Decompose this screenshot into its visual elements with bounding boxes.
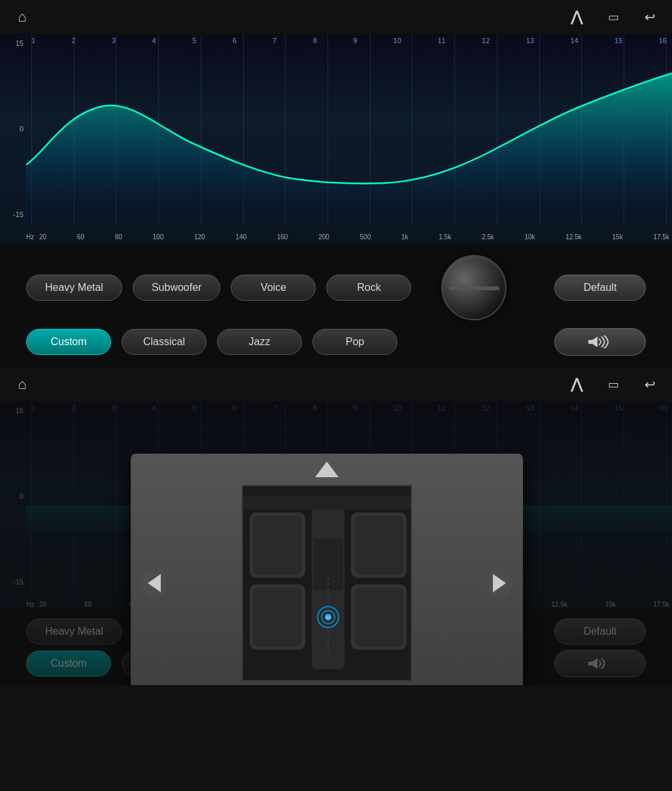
svg-rect-13 [354,516,403,575]
speaker-icon [588,335,612,348]
bottom-back-icon: ↩ [645,377,656,392]
svg-rect-9 [354,588,403,647]
eq-knob[interactable] [441,255,507,320]
bottom-custom-button: Custom [26,650,111,677]
bottom-top-bar: ⌂ ⋀ ▭ ↩ [0,367,672,401]
back-button[interactable]: ↩ [638,5,662,29]
bottom-recents-button[interactable]: ▭ [601,373,625,396]
voice-button[interactable]: Voice [231,275,316,301]
bottom-home-icon: ⌂ [18,376,26,393]
speaker-button[interactable] [554,328,646,356]
modal-down-arrow-button[interactable] [131,681,523,685]
bottom-speaker-icon [588,657,612,670]
bottom-heavy-metal-button: Heavy Metal [26,618,122,645]
bottom-home-button[interactable]: ⌂ [10,373,34,396]
soundfield-modal: Default [131,454,523,685]
bottom-eq-area: 12 34 56 78 910 1112 1314 1516 15 0 [0,401,672,685]
jazz-button[interactable]: Jazz [217,329,302,355]
arrow-up-icon [315,462,339,477]
bottom-speaker-button [554,650,646,677]
bottom-default-button: Default [554,618,646,645]
svg-marker-1 [592,337,597,347]
rock-button[interactable]: Rock [326,275,411,301]
pop-button[interactable]: Pop [312,329,397,355]
bottom-up-icon: ⋀ [571,376,582,393]
modal-left-arrow-button[interactable] [141,570,167,596]
arrow-left-icon [148,574,161,592]
eq-fill [26,73,672,217]
home-button[interactable]: ⌂ [10,5,34,29]
svg-marker-3 [592,658,597,669]
svg-rect-15 [243,496,412,509]
svg-rect-7 [253,588,302,647]
eq-chart: 12 34 56 78 910 1112 1314 1516 15 0 -15 [0,34,672,243]
eq-curve-svg [26,34,672,217]
eq-x-axis: Hz 2060 80100 120140 160200 5001k 1.5k2.… [26,224,672,243]
recents-icon: ▭ [608,10,619,24]
preset-row-2: Custom Classical Jazz Pop [0,326,672,367]
bottom-panel: ⌂ ⋀ ▭ ↩ 12 34 56 78 910 1112 [0,367,672,685]
up-button[interactable]: ⋀ [565,5,588,29]
bottom-recents-icon: ▭ [608,377,619,392]
classical-button[interactable]: Classical [122,329,207,355]
top-bar: ⌂ ⋀ ▭ ↩ [0,0,672,34]
svg-rect-11 [253,516,302,575]
car-interior-image [242,485,412,681]
default-button[interactable]: Default [554,275,646,301]
bottom-back-button[interactable]: ↩ [638,373,662,396]
eq-y-axis: 15 0 -15 [0,34,26,224]
right-button-group: Default [554,275,646,301]
preset-row-1: Heavy Metal Subwoofer Voice Rock Default [0,243,672,326]
back-icon: ↩ [645,9,656,25]
heavy-metal-button[interactable]: Heavy Metal [26,275,122,301]
modal-image-row [131,485,523,681]
arrow-right-icon [493,574,506,592]
top-panel: ⌂ ⋀ ▭ ↩ 12 34 56 78 910 1112 1314 1516 [0,0,672,367]
bottom-up-button[interactable]: ⋀ [565,373,588,396]
home-icon: ⌂ [18,8,26,25]
modal-up-arrow-button[interactable] [131,454,523,485]
modal-right-arrow-button[interactable] [486,570,512,596]
car-interior-svg [243,486,412,681]
recents-button[interactable]: ▭ [601,5,625,29]
bottom-eq-y-axis: 15 0 -15 [0,401,26,591]
svg-rect-0 [588,340,592,344]
svg-rect-2 [588,662,592,665]
custom-button[interactable]: Custom [26,329,111,355]
subwoofer-button[interactable]: Subwoofer [133,275,221,301]
up-icon: ⋀ [571,8,582,25]
